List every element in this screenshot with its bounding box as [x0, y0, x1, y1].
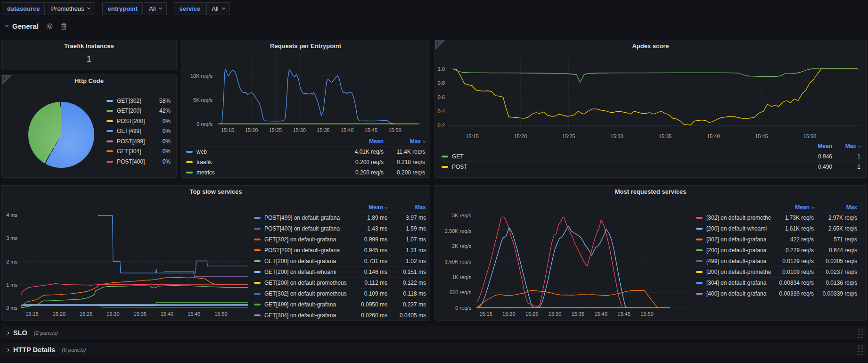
series-color-swatch[interactable] — [106, 120, 113, 122]
legend-sort-mean[interactable]: Mean — [799, 143, 832, 149]
series-label[interactable]: [304] on default-grafana — [706, 280, 771, 286]
row-header-slo[interactable]: SLO (2 panels) — [1, 326, 867, 339]
svg-text:15:30: 15:30 — [549, 311, 562, 317]
series-label[interactable]: web — [197, 148, 339, 155]
legend-sort-max[interactable]: Max — [832, 143, 860, 149]
series-color-swatch[interactable] — [696, 217, 703, 219]
series-mean-value: 0.0109 req/s — [771, 269, 814, 275]
series-color-swatch[interactable] — [696, 239, 703, 240]
series-color-swatch[interactable] — [696, 282, 703, 284]
info-corner-icon[interactable]: i — [2, 75, 12, 85]
legend-sort-mean[interactable]: Mean — [339, 138, 384, 145]
info-corner-icon[interactable]: i — [435, 40, 445, 50]
series-color-swatch[interactable] — [442, 156, 448, 157]
variable-select-service[interactable]: All — [206, 2, 229, 15]
series-label[interactable]: GET[499] on default-grafana — [264, 301, 350, 308]
variable-label-entrypoint: entrypoint — [102, 2, 143, 15]
row-header-general[interactable]: General — [1, 19, 867, 33]
series-color-swatch[interactable] — [186, 151, 193, 153]
series-label[interactable]: GET[200] on default-prometheus — [264, 280, 350, 286]
series-color-swatch[interactable] — [696, 293, 703, 295]
series-label[interactable]: GET — [452, 153, 799, 160]
series-color-swatch[interactable] — [254, 314, 261, 316]
series-label[interactable]: POST[400] — [117, 158, 155, 165]
series-label[interactable]: POST[400] on default-grafana — [264, 225, 350, 232]
svg-text:15:45: 15:45 — [188, 311, 201, 317]
series-color-swatch[interactable] — [254, 293, 261, 295]
http-code-pie-chart[interactable] — [28, 102, 94, 168]
row-title-http-details[interactable]: HTTP Details — [13, 346, 55, 354]
legend-sort-max[interactable]: Max — [814, 204, 857, 211]
series-label[interactable]: [400] on default-grafana — [706, 290, 771, 297]
series-color-swatch[interactable] — [106, 110, 113, 112]
series-label[interactable]: POST[200] on default-grafana — [264, 247, 350, 254]
svg-text:15:30: 15:30 — [610, 133, 623, 139]
series-label[interactable]: POST[499] on default-grafana — [264, 214, 350, 221]
series-label[interactable]: traefik — [197, 159, 339, 165]
row-title-slo[interactable]: SLO — [13, 329, 27, 337]
series-label[interactable]: [200] on default-prometheus — [706, 269, 771, 275]
series-color-swatch[interactable] — [696, 271, 703, 273]
series-label[interactable]: GET[499] — [117, 128, 155, 134]
series-color-swatch[interactable] — [186, 172, 193, 173]
svg-text:15:50: 15:50 — [214, 311, 228, 317]
row-title-general[interactable]: General — [12, 22, 39, 30]
legend-sort-max[interactable]: Max — [387, 204, 426, 211]
panel-title[interactable]: Traefik Instances — [2, 42, 176, 50]
series-color-swatch[interactable] — [106, 130, 113, 132]
row-header-http-details[interactable]: HTTP Details (6 panels) — [1, 343, 867, 356]
series-label[interactable]: [200] on default-whoami — [706, 225, 771, 232]
series-color-swatch[interactable] — [254, 271, 261, 273]
series-label[interactable]: [302] on default-grafana — [706, 236, 771, 243]
series-color-swatch[interactable] — [106, 100, 113, 102]
series-color-swatch[interactable] — [106, 161, 113, 163]
series-color-swatch[interactable] — [254, 239, 261, 240]
series-label[interactable]: [302] on default-prometheus — [706, 214, 771, 221]
series-color-swatch[interactable] — [254, 228, 261, 230]
series-label[interactable]: GET[200] on default-grafana — [264, 258, 350, 264]
series-label[interactable]: GET[200] — [117, 107, 155, 114]
legend-sort-mean[interactable]: Mean — [350, 204, 387, 211]
series-label[interactable]: metrics — [197, 169, 339, 176]
series-max-value: 0.237 ms — [387, 301, 426, 308]
legend-sort-mean[interactable]: Mean — [771, 204, 814, 211]
series-label[interactable]: GET[302] — [117, 98, 155, 104]
variable-select-datasource[interactable]: Prometheus — [46, 2, 95, 15]
series-label[interactable]: GET[304] on default-grafana — [264, 312, 350, 319]
series-color-swatch[interactable] — [254, 282, 261, 284]
row-drag-handle-icon[interactable] — [857, 328, 863, 338]
series-label[interactable]: POST[200] — [117, 118, 155, 124]
series-color-swatch[interactable] — [106, 150, 113, 152]
series-color-swatch[interactable] — [254, 260, 261, 262]
series-label[interactable]: GET[302] on default-prometheus — [264, 290, 350, 297]
series-label[interactable]: GET[304] — [117, 148, 155, 155]
svg-text:15:35: 15:35 — [572, 311, 585, 317]
series-color-swatch[interactable] — [696, 249, 703, 251]
svg-text:1 ms: 1 ms — [6, 282, 17, 288]
series-color-swatch[interactable] — [254, 249, 261, 251]
series-color-swatch[interactable] — [186, 161, 193, 163]
chevron-down-icon — [423, 140, 426, 143]
series-color-swatch[interactable] — [254, 217, 261, 219]
series-label[interactable]: POST[499] — [117, 138, 155, 145]
row-drag-handle-icon[interactable] — [857, 345, 863, 355]
svg-text:15:40: 15:40 — [707, 133, 720, 139]
series-color-swatch[interactable] — [254, 304, 261, 305]
series-color-swatch[interactable] — [106, 140, 113, 142]
row-delete-button[interactable] — [61, 23, 67, 30]
row-settings-button[interactable] — [46, 23, 53, 30]
series-label[interactable]: [499] on default-grafana — [706, 258, 771, 264]
gear-icon — [46, 23, 53, 30]
series-label[interactable]: [200] on default-grafana — [706, 247, 771, 254]
series-color-swatch[interactable] — [696, 228, 703, 230]
series-label[interactable]: GET[200] on default-whoami — [264, 269, 350, 275]
series-label[interactable]: GET[302] on default-grafana — [264, 236, 350, 243]
series-color-swatch[interactable] — [442, 166, 448, 168]
variable-select-entrypoint[interactable]: All — [144, 2, 167, 15]
legend-row: GET[499] on default-grafana0.0950 ms0.23… — [254, 299, 426, 310]
series-color-swatch[interactable] — [696, 260, 703, 262]
series-max-value: 0.0237 req/s — [814, 269, 857, 275]
panel-title[interactable]: Http Code — [2, 77, 176, 84]
legend-sort-max[interactable]: Max — [384, 138, 425, 145]
series-label[interactable]: POST — [452, 164, 799, 170]
